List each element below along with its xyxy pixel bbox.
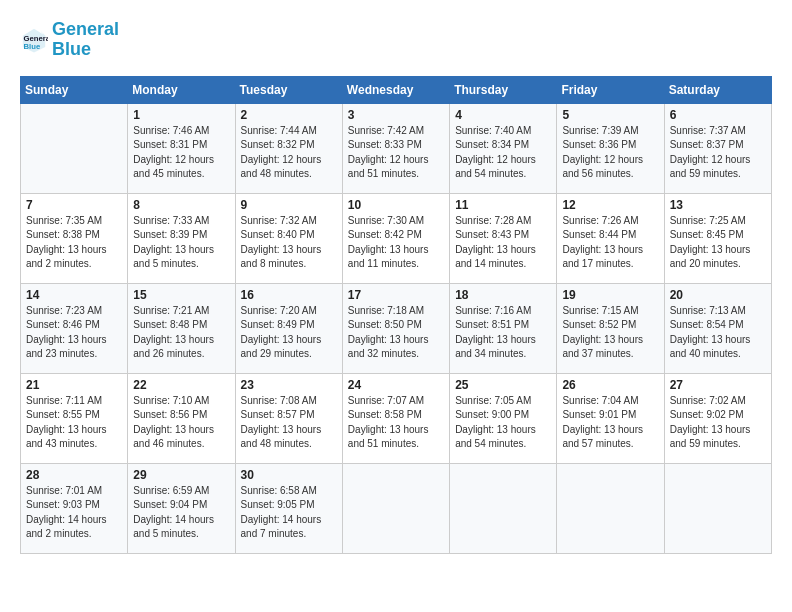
calendar-cell: 18Sunrise: 7:16 AM Sunset: 8:51 PM Dayli…: [450, 283, 557, 373]
cell-info: Sunrise: 7:16 AM Sunset: 8:51 PM Dayligh…: [455, 304, 551, 362]
cell-info: Sunrise: 7:15 AM Sunset: 8:52 PM Dayligh…: [562, 304, 658, 362]
cell-info: Sunrise: 7:11 AM Sunset: 8:55 PM Dayligh…: [26, 394, 122, 452]
day-number: 4: [455, 108, 551, 122]
cell-info: Sunrise: 7:37 AM Sunset: 8:37 PM Dayligh…: [670, 124, 766, 182]
logo-icon: General Blue: [20, 26, 48, 54]
column-header-saturday: Saturday: [664, 76, 771, 103]
cell-info: Sunrise: 6:58 AM Sunset: 9:05 PM Dayligh…: [241, 484, 337, 542]
day-number: 15: [133, 288, 229, 302]
calendar-cell: [557, 463, 664, 553]
cell-info: Sunrise: 7:04 AM Sunset: 9:01 PM Dayligh…: [562, 394, 658, 452]
calendar-cell: 17Sunrise: 7:18 AM Sunset: 8:50 PM Dayli…: [342, 283, 449, 373]
cell-info: Sunrise: 7:39 AM Sunset: 8:36 PM Dayligh…: [562, 124, 658, 182]
day-number: 9: [241, 198, 337, 212]
calendar-cell: 6Sunrise: 7:37 AM Sunset: 8:37 PM Daylig…: [664, 103, 771, 193]
day-number: 2: [241, 108, 337, 122]
logo-text: GeneralBlue: [52, 20, 119, 60]
calendar-table: SundayMondayTuesdayWednesdayThursdayFrid…: [20, 76, 772, 554]
cell-info: Sunrise: 7:44 AM Sunset: 8:32 PM Dayligh…: [241, 124, 337, 182]
calendar-cell: 15Sunrise: 7:21 AM Sunset: 8:48 PM Dayli…: [128, 283, 235, 373]
calendar-cell: 5Sunrise: 7:39 AM Sunset: 8:36 PM Daylig…: [557, 103, 664, 193]
day-number: 22: [133, 378, 229, 392]
page-header: General Blue GeneralBlue: [20, 20, 772, 60]
logo: General Blue GeneralBlue: [20, 20, 119, 60]
day-number: 28: [26, 468, 122, 482]
column-header-friday: Friday: [557, 76, 664, 103]
cell-info: Sunrise: 7:25 AM Sunset: 8:45 PM Dayligh…: [670, 214, 766, 272]
cell-info: Sunrise: 7:13 AM Sunset: 8:54 PM Dayligh…: [670, 304, 766, 362]
cell-info: Sunrise: 7:10 AM Sunset: 8:56 PM Dayligh…: [133, 394, 229, 452]
calendar-cell: 24Sunrise: 7:07 AM Sunset: 8:58 PM Dayli…: [342, 373, 449, 463]
day-number: 3: [348, 108, 444, 122]
cell-info: Sunrise: 7:28 AM Sunset: 8:43 PM Dayligh…: [455, 214, 551, 272]
calendar-cell: [664, 463, 771, 553]
cell-info: Sunrise: 7:07 AM Sunset: 8:58 PM Dayligh…: [348, 394, 444, 452]
cell-info: Sunrise: 7:23 AM Sunset: 8:46 PM Dayligh…: [26, 304, 122, 362]
day-number: 14: [26, 288, 122, 302]
week-row-3: 14Sunrise: 7:23 AM Sunset: 8:46 PM Dayli…: [21, 283, 772, 373]
calendar-cell: 11Sunrise: 7:28 AM Sunset: 8:43 PM Dayli…: [450, 193, 557, 283]
cell-info: Sunrise: 7:46 AM Sunset: 8:31 PM Dayligh…: [133, 124, 229, 182]
day-number: 19: [562, 288, 658, 302]
column-header-wednesday: Wednesday: [342, 76, 449, 103]
day-number: 5: [562, 108, 658, 122]
day-number: 25: [455, 378, 551, 392]
svg-text:Blue: Blue: [24, 42, 41, 51]
calendar-cell: [450, 463, 557, 553]
header-row: SundayMondayTuesdayWednesdayThursdayFrid…: [21, 76, 772, 103]
calendar-cell: 19Sunrise: 7:15 AM Sunset: 8:52 PM Dayli…: [557, 283, 664, 373]
week-row-5: 28Sunrise: 7:01 AM Sunset: 9:03 PM Dayli…: [21, 463, 772, 553]
calendar-cell: 16Sunrise: 7:20 AM Sunset: 8:49 PM Dayli…: [235, 283, 342, 373]
day-number: 27: [670, 378, 766, 392]
calendar-cell: 4Sunrise: 7:40 AM Sunset: 8:34 PM Daylig…: [450, 103, 557, 193]
day-number: 6: [670, 108, 766, 122]
cell-info: Sunrise: 6:59 AM Sunset: 9:04 PM Dayligh…: [133, 484, 229, 542]
day-number: 21: [26, 378, 122, 392]
calendar-cell: 30Sunrise: 6:58 AM Sunset: 9:05 PM Dayli…: [235, 463, 342, 553]
calendar-cell: 12Sunrise: 7:26 AM Sunset: 8:44 PM Dayli…: [557, 193, 664, 283]
day-number: 1: [133, 108, 229, 122]
calendar-cell: 21Sunrise: 7:11 AM Sunset: 8:55 PM Dayli…: [21, 373, 128, 463]
calendar-cell: 20Sunrise: 7:13 AM Sunset: 8:54 PM Dayli…: [664, 283, 771, 373]
calendar-body: 1Sunrise: 7:46 AM Sunset: 8:31 PM Daylig…: [21, 103, 772, 553]
calendar-cell: 27Sunrise: 7:02 AM Sunset: 9:02 PM Dayli…: [664, 373, 771, 463]
calendar-cell: 13Sunrise: 7:25 AM Sunset: 8:45 PM Dayli…: [664, 193, 771, 283]
day-number: 23: [241, 378, 337, 392]
calendar-cell: 1Sunrise: 7:46 AM Sunset: 8:31 PM Daylig…: [128, 103, 235, 193]
column-header-sunday: Sunday: [21, 76, 128, 103]
calendar-cell: 3Sunrise: 7:42 AM Sunset: 8:33 PM Daylig…: [342, 103, 449, 193]
week-row-4: 21Sunrise: 7:11 AM Sunset: 8:55 PM Dayli…: [21, 373, 772, 463]
day-number: 17: [348, 288, 444, 302]
calendar-cell: 25Sunrise: 7:05 AM Sunset: 9:00 PM Dayli…: [450, 373, 557, 463]
cell-info: Sunrise: 7:21 AM Sunset: 8:48 PM Dayligh…: [133, 304, 229, 362]
column-header-monday: Monday: [128, 76, 235, 103]
calendar-cell: 10Sunrise: 7:30 AM Sunset: 8:42 PM Dayli…: [342, 193, 449, 283]
cell-info: Sunrise: 7:32 AM Sunset: 8:40 PM Dayligh…: [241, 214, 337, 272]
day-number: 10: [348, 198, 444, 212]
cell-info: Sunrise: 7:40 AM Sunset: 8:34 PM Dayligh…: [455, 124, 551, 182]
day-number: 30: [241, 468, 337, 482]
day-number: 13: [670, 198, 766, 212]
cell-info: Sunrise: 7:42 AM Sunset: 8:33 PM Dayligh…: [348, 124, 444, 182]
calendar-cell: 9Sunrise: 7:32 AM Sunset: 8:40 PM Daylig…: [235, 193, 342, 283]
cell-info: Sunrise: 7:05 AM Sunset: 9:00 PM Dayligh…: [455, 394, 551, 452]
cell-info: Sunrise: 7:08 AM Sunset: 8:57 PM Dayligh…: [241, 394, 337, 452]
day-number: 7: [26, 198, 122, 212]
cell-info: Sunrise: 7:18 AM Sunset: 8:50 PM Dayligh…: [348, 304, 444, 362]
cell-info: Sunrise: 7:30 AM Sunset: 8:42 PM Dayligh…: [348, 214, 444, 272]
day-number: 8: [133, 198, 229, 212]
calendar-cell: 26Sunrise: 7:04 AM Sunset: 9:01 PM Dayli…: [557, 373, 664, 463]
cell-info: Sunrise: 7:33 AM Sunset: 8:39 PM Dayligh…: [133, 214, 229, 272]
calendar-cell: 22Sunrise: 7:10 AM Sunset: 8:56 PM Dayli…: [128, 373, 235, 463]
calendar-cell: 8Sunrise: 7:33 AM Sunset: 8:39 PM Daylig…: [128, 193, 235, 283]
day-number: 24: [348, 378, 444, 392]
calendar-cell: 14Sunrise: 7:23 AM Sunset: 8:46 PM Dayli…: [21, 283, 128, 373]
cell-info: Sunrise: 7:01 AM Sunset: 9:03 PM Dayligh…: [26, 484, 122, 542]
calendar-header: SundayMondayTuesdayWednesdayThursdayFrid…: [21, 76, 772, 103]
week-row-1: 1Sunrise: 7:46 AM Sunset: 8:31 PM Daylig…: [21, 103, 772, 193]
day-number: 29: [133, 468, 229, 482]
day-number: 18: [455, 288, 551, 302]
day-number: 26: [562, 378, 658, 392]
column-header-thursday: Thursday: [450, 76, 557, 103]
cell-info: Sunrise: 7:20 AM Sunset: 8:49 PM Dayligh…: [241, 304, 337, 362]
